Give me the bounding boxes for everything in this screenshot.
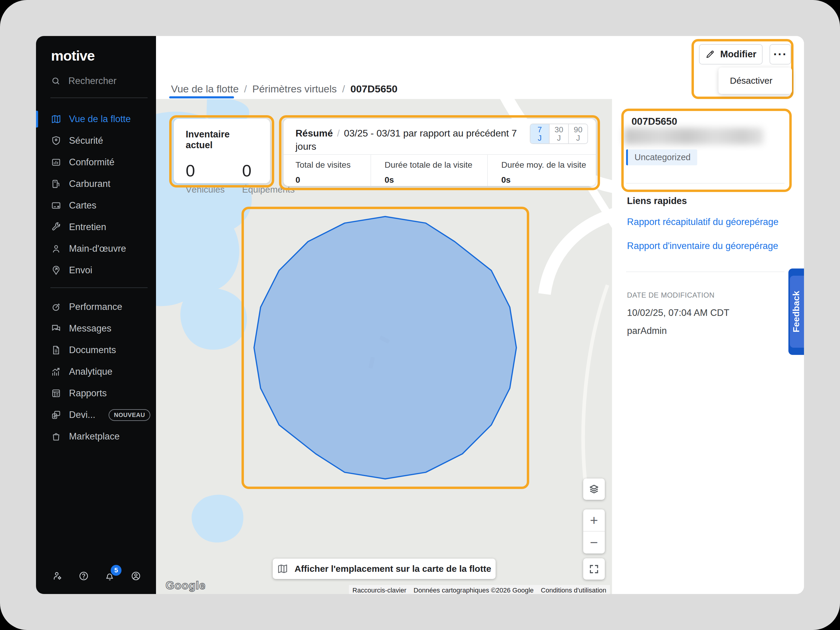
ellipsis-icon: ··· bbox=[774, 48, 787, 61]
document-icon bbox=[51, 345, 61, 355]
search-input[interactable]: Rechercher bbox=[36, 71, 156, 91]
sidebar-item-label: Carburant bbox=[69, 178, 111, 189]
summary-header: Résumé/03/25 - 03/31 par rapport au préc… bbox=[295, 126, 524, 153]
geofence-name: 007D5650 bbox=[632, 116, 677, 127]
pencil-icon bbox=[705, 49, 715, 59]
sidebar-item-safety[interactable]: Sécurité bbox=[36, 130, 156, 152]
breadcrumb-fleet-view[interactable]: Vue de la flotte bbox=[171, 83, 239, 95]
sidebar-item-label: Devi... bbox=[69, 409, 95, 420]
keyboard-shortcuts-link[interactable]: Raccourcis-clavier bbox=[349, 585, 410, 594]
category-tag[interactable]: Uncategorized bbox=[626, 149, 697, 165]
sidebar-item-fuel[interactable]: Carburant bbox=[36, 173, 156, 195]
fullscreen-icon bbox=[589, 564, 599, 575]
sidebar-item-compliance[interactable]: Conformité bbox=[36, 152, 156, 173]
show-location-label: Afficher l'emplacement sur la carte de l… bbox=[295, 564, 491, 574]
nouveau-badge: NOUVEAU bbox=[109, 409, 151, 421]
sidebar-item-label: Conformité bbox=[69, 157, 115, 168]
zoom-in-button[interactable]: + bbox=[583, 509, 605, 532]
help-button[interactable] bbox=[79, 571, 89, 581]
account-icon bbox=[131, 571, 141, 581]
panel-divider bbox=[626, 183, 785, 183]
account-button[interactable] bbox=[131, 571, 141, 581]
notification-count-badge: 5 bbox=[111, 565, 122, 576]
sidebar-item-devices[interactable]: Devi... NOUVEAU bbox=[36, 404, 156, 426]
quick-links-title: Liens rapides bbox=[627, 196, 687, 207]
tab-active-underline bbox=[169, 96, 234, 98]
notifications-button[interactable]: 5 bbox=[105, 571, 115, 581]
feedback-tab[interactable]: Feedback bbox=[788, 268, 804, 355]
sidebar-item-maintenance[interactable]: Entretien bbox=[36, 216, 156, 238]
admin-settings-button[interactable] bbox=[52, 571, 63, 581]
sidebar-item-analytics[interactable]: Analytique bbox=[36, 361, 156, 382]
map-canvas[interactable]: Inventaire actuel 0 Véhicules 0 Équipeme… bbox=[156, 99, 612, 594]
geofence-summary-report-link[interactable]: Rapport récapitulatif du géorepérage bbox=[627, 216, 778, 227]
fuel-pump-icon bbox=[51, 179, 61, 189]
sidebar-item-workforce[interactable]: Main-d'œuvre bbox=[36, 238, 156, 259]
breadcrumb-separator: / bbox=[244, 83, 247, 95]
stat-label: Total de visites bbox=[295, 160, 365, 170]
map-fullscreen-button[interactable] bbox=[583, 558, 605, 579]
stat-label: Durée totale de la visite bbox=[385, 160, 481, 170]
date-range-toggle: 7 J 30 J 90 J bbox=[530, 123, 588, 144]
stopwatch-icon bbox=[51, 302, 61, 312]
details-panel: 007D5650 Uncategorized Liens rapides Rap… bbox=[612, 99, 804, 594]
breadcrumb-separator: / bbox=[342, 83, 345, 95]
sidebar-nav-primary: Vue de la flotte Sécurité Conformité Car… bbox=[36, 108, 156, 281]
map-attribution: Raccourcis-clavier Données cartographiqu… bbox=[349, 585, 610, 594]
terms-link[interactable]: Conditions d'utilisation bbox=[537, 585, 610, 594]
range-num: 7 bbox=[538, 125, 542, 134]
sidebar-divider bbox=[51, 98, 148, 98]
sidebar-item-marketplace[interactable]: Marketplace bbox=[36, 426, 156, 447]
range-unit: J bbox=[557, 134, 561, 142]
sidebar-item-performance[interactable]: Performance bbox=[36, 296, 156, 318]
stat-total-duration: Durée totale de la visite 0s bbox=[371, 155, 487, 186]
range-30d-button[interactable]: 30 J bbox=[549, 124, 569, 144]
geofence-inventory-report-link[interactable]: Rapport d'inventaire du géorepérage bbox=[627, 241, 778, 251]
summary-card: Résumé/03/25 - 03/31 par rapport au préc… bbox=[284, 119, 596, 186]
sidebar-item-dispatch[interactable]: Envoi bbox=[36, 259, 156, 281]
stat-avg-duration: Durée moy. de la visite 0s bbox=[487, 155, 596, 186]
sidebar-item-messages[interactable]: Messages bbox=[36, 318, 156, 339]
edit-button-label: Modifier bbox=[720, 49, 756, 60]
sidebar-item-documents[interactable]: Documents bbox=[36, 339, 156, 361]
zoom-out-button[interactable]: − bbox=[583, 532, 605, 554]
active-indicator bbox=[36, 111, 38, 128]
edit-button[interactable]: Modifier bbox=[699, 44, 763, 65]
sidebar-nav-secondary: Performance Messages Documents Analytiqu… bbox=[36, 296, 156, 447]
sidebar-item-cards[interactable]: Cartes bbox=[36, 195, 156, 216]
breadcrumb-geofences[interactable]: Périmètres virtuels bbox=[252, 83, 337, 95]
range-7d-button[interactable]: 7 J bbox=[531, 124, 549, 144]
google-logo: Google bbox=[166, 579, 205, 592]
sidebar-item-fleet-view[interactable]: Vue de la flotte bbox=[36, 108, 156, 130]
sidebar: motive Rechercher Vue de la flotte Sécur… bbox=[36, 36, 156, 594]
inventory-vehicles: 0 Véhicules bbox=[186, 161, 225, 195]
equipment-label: Équipements bbox=[242, 185, 295, 195]
more-actions-button[interactable]: ··· bbox=[769, 44, 791, 65]
help-icon bbox=[79, 571, 89, 581]
deactivate-menu-item[interactable]: Désactiver bbox=[718, 68, 792, 94]
user-gear-icon bbox=[52, 571, 63, 581]
sidebar-item-label: Main-d'œuvre bbox=[69, 243, 126, 254]
vehicles-label: Véhicules bbox=[186, 185, 225, 195]
chat-icon bbox=[51, 324, 61, 333]
map-icon bbox=[51, 114, 61, 124]
range-90d-button[interactable]: 90 J bbox=[569, 124, 587, 144]
sidebar-item-label: Vue de la flotte bbox=[69, 114, 131, 125]
redacted-address bbox=[624, 128, 764, 145]
stat-value: 0s bbox=[385, 175, 481, 185]
summary-separator: / bbox=[333, 128, 344, 139]
sidebar-item-label: Messages bbox=[69, 323, 111, 334]
feedback-label: Feedback bbox=[788, 268, 804, 355]
analytics-icon bbox=[51, 366, 61, 377]
summary-stats: Total de visites 0 Durée totale de la vi… bbox=[284, 155, 596, 186]
map-layers-button[interactable] bbox=[583, 478, 605, 500]
app-window: motive Rechercher Vue de la flotte Sécur… bbox=[36, 36, 804, 594]
actions-annotation-box: Modifier ··· Désactiver bbox=[692, 39, 794, 99]
stat-value: 0 bbox=[295, 175, 365, 185]
sidebar-divider bbox=[51, 287, 148, 288]
show-location-button[interactable]: Afficher l'emplacement sur la carte de l… bbox=[273, 559, 496, 579]
shield-icon bbox=[51, 136, 61, 146]
sidebar-item-reports[interactable]: Rapports bbox=[36, 382, 156, 404]
sidebar-item-label: Performance bbox=[69, 302, 122, 312]
motive-logo: motive bbox=[51, 47, 95, 64]
